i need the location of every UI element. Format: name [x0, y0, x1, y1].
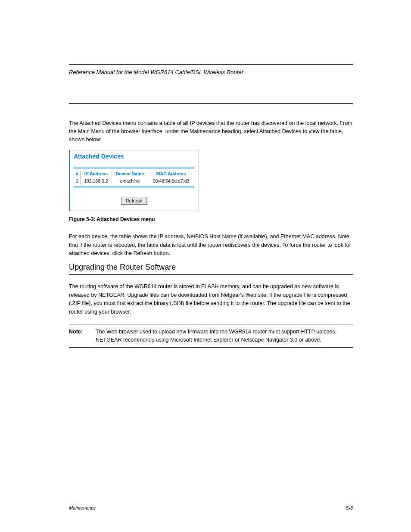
- col-name: Device Name: [112, 170, 148, 177]
- col-ip: IP Address: [80, 170, 112, 177]
- cell-name: emachine: [112, 177, 148, 185]
- figure-label: Figure 5-3: Attached Devices menu: [69, 216, 353, 222]
- cell-num: 1: [74, 177, 81, 185]
- header-left: Reference Manual for the Model WGR614 Ca…: [69, 69, 243, 75]
- paragraph: For each device, the table shows the IP …: [69, 233, 353, 258]
- note-text: The Web browser used to upload new firmw…: [96, 328, 353, 344]
- note-label: Note:: [69, 328, 88, 336]
- divider: [74, 168, 194, 168]
- panel-title: Attached Devices: [74, 153, 194, 160]
- refresh-button[interactable]: Refresh: [121, 197, 147, 205]
- col-num: #: [74, 170, 81, 177]
- divider: [74, 187, 194, 187]
- table-row: 1 192.168.0.2 emachine 00:48:54:8d:d7:d3: [74, 177, 194, 185]
- section-heading: Upgrading the Router Software: [69, 263, 353, 272]
- footer-left: Maintenance: [69, 505, 96, 510]
- paragraph: The routing software of the WGR614 route…: [69, 283, 353, 316]
- note: Note: The Web browser used to upload new…: [69, 328, 353, 344]
- footer-right: 5-3: [346, 505, 353, 510]
- cell-ip: 192.168.0.2: [80, 177, 112, 185]
- cell-mac: 00:48:54:8d:d7:d3: [148, 177, 194, 185]
- attached-devices-panel: Attached Devices # IP Address Device Nam…: [69, 150, 199, 211]
- devices-table: # IP Address Device Name MAC Address 1 1…: [74, 170, 194, 185]
- intro-paragraph: The Attached Devices menu contains a tab…: [69, 119, 353, 143]
- col-mac: MAC Address: [148, 170, 194, 177]
